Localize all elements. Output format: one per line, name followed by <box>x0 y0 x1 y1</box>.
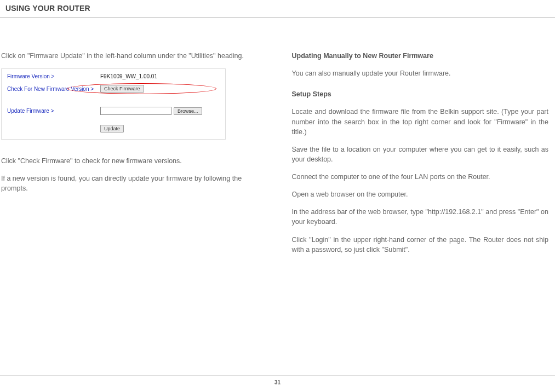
check-firmware-button[interactable]: Check Firmware <box>100 85 144 93</box>
new-version-text: If a new version is found, you can direc… <box>1 174 248 193</box>
check-firmware-text: Click "Check Firmware" to check for new … <box>1 156 248 166</box>
setup-steps-heading: Setup Steps <box>292 89 549 99</box>
header-title: USING YOUR ROUTER <box>5 4 90 13</box>
firmware-version-value: F9K1009_WW_1.00.01 <box>100 73 157 79</box>
check-firmware-label: Check For New Firmware Version > <box>7 86 100 92</box>
manual-update-heading: Updating Manually to New Router Firmware <box>292 51 549 61</box>
firmware-version-label: Firmware Version > <box>7 73 100 79</box>
manual-update-intro: You can also manually update your Router… <box>292 68 549 78</box>
firmware-version-row: Firmware Version > F9K1009_WW_1.00.01 <box>7 73 221 79</box>
browse-button[interactable]: Browse... <box>174 107 202 115</box>
step-locate: Locate and download the firmware file fr… <box>292 107 549 136</box>
update-button[interactable]: Update <box>100 125 124 132</box>
page-footer: 31 <box>0 373 555 385</box>
page-header: USING YOUR ROUTER <box>0 0 555 15</box>
update-firmware-label: Update Firmware > <box>7 108 100 114</box>
update-firmware-row: Update Firmware > Browse... <box>7 107 221 115</box>
firmware-panel: Firmware Version > F9K1009_WW_1.00.01 Ch… <box>1 68 226 140</box>
step-browser: Open a web browser on the computer. <box>292 189 549 199</box>
right-column: Updating Manually to New Router Firmware… <box>276 51 551 262</box>
left-intro-text: Click on "Firmware Update" in the left-h… <box>1 51 248 61</box>
step-save: Save the file to a location on your comp… <box>292 145 549 164</box>
step-address: In the address bar of the web browser, t… <box>292 207 549 227</box>
firmware-file-input[interactable] <box>100 107 171 115</box>
page-number: 31 <box>0 379 555 385</box>
step-connect: Connect the computer to one of the four … <box>292 172 549 182</box>
left-column: Click on "Firmware Update" in the left-h… <box>0 51 276 262</box>
footer-rule <box>0 376 555 376</box>
content-area: Click on "Firmware Update" in the left-h… <box>0 18 555 262</box>
step-login: Click "Login" in the upper right-hand co… <box>292 235 549 255</box>
update-button-row: Update <box>7 125 221 132</box>
check-firmware-row: Check For New Firmware Version > Check F… <box>7 85 221 93</box>
